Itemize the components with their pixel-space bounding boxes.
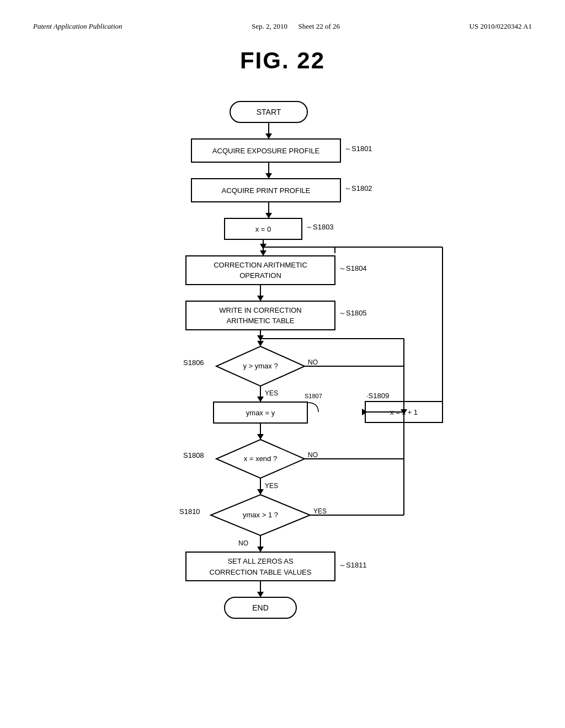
s1810-no: NO: [238, 539, 248, 547]
svg-marker-29: [257, 547, 264, 552]
s1811-label2: CORRECTION TABLE VALUES: [210, 568, 312, 576]
s1810-step: S1810: [179, 507, 200, 516]
header-sheet: Sheet 22 of 26: [299, 22, 340, 30]
s1803-step: ～S1803: [306, 223, 334, 231]
svg-marker-11: [260, 250, 266, 256]
s1807-label: ymax = y: [246, 409, 275, 417]
header-left: Patent Application Publication: [33, 22, 122, 31]
page-header: Patent Application Publication Sep. 2, 2…: [33, 22, 532, 31]
s1806-label: y > ymax ?: [243, 362, 278, 370]
svg-marker-8: [265, 213, 272, 218]
s1806-step: S1806: [183, 358, 204, 367]
svg-marker-2: [265, 133, 272, 139]
s1803-label: x = 0: [255, 225, 271, 233]
svg-marker-20: [257, 397, 264, 402]
s1807-step: S1807: [305, 393, 322, 399]
s1806-no: NO: [308, 358, 318, 366]
s1811-step: ～S1811: [339, 561, 367, 569]
s1808-yes: YES: [265, 482, 278, 490]
s1804-label1: CORRECTION ARITHMETIC: [214, 261, 307, 269]
header-right: US 2010/0220342 A1: [470, 22, 532, 31]
svg-rect-12: [186, 256, 335, 285]
svg-marker-26: [257, 489, 264, 495]
s1802-step: ～S1802: [344, 184, 372, 192]
svg-rect-30: [186, 552, 335, 581]
s1808-step: S1808: [183, 451, 204, 459]
s1802-label: ACQUIRE PRINT PROFILE: [222, 186, 311, 195]
s1808-label: x = xend ?: [244, 454, 277, 463]
s1801-label: ACQUIRE EXPOSURE PROFILE: [212, 147, 320, 155]
svg-marker-17: [257, 341, 264, 346]
svg-rect-15: [186, 301, 335, 330]
s1805-step: ～S1805: [339, 309, 367, 317]
figure-title: FIG. 22: [33, 47, 532, 74]
s1806-yes: YES: [265, 389, 278, 397]
s1809-step: ·S1809: [366, 392, 389, 400]
flowchart: START ACQUIRE EXPOSURE PROFILE ～S1801 AC…: [89, 96, 476, 677]
s1801-step: ～S1801: [344, 144, 372, 153]
s1804-label2: OPERATION: [239, 271, 281, 280]
s1805-label2: ARITHMETIC TABLE: [226, 317, 294, 325]
page: Patent Application Publication Sep. 2, 2…: [0, 0, 565, 728]
s1810-label: ymax > 1 ?: [243, 511, 278, 519]
s1804-step: ～S1804: [339, 264, 367, 272]
header-center: Sep. 2, 2010 Sheet 22 of 26: [252, 22, 340, 31]
svg-marker-5: [265, 173, 272, 179]
s1808-no: NO: [308, 451, 318, 459]
flowchart-svg: START ACQUIRE EXPOSURE PROFILE ～S1801 AC…: [89, 96, 476, 675]
s1805-label1: WRITE IN CORRECTION: [219, 306, 302, 314]
svg-marker-32: [257, 592, 264, 597]
s1810-yes: YES: [313, 507, 327, 515]
end-label: END: [252, 603, 269, 612]
svg-marker-14: [257, 296, 264, 301]
svg-marker-23: [257, 434, 264, 440]
header-date: Sep. 2, 2010: [252, 22, 287, 30]
start-label: START: [257, 108, 281, 116]
s1811-label1: SET ALL ZEROS AS: [227, 557, 294, 565]
